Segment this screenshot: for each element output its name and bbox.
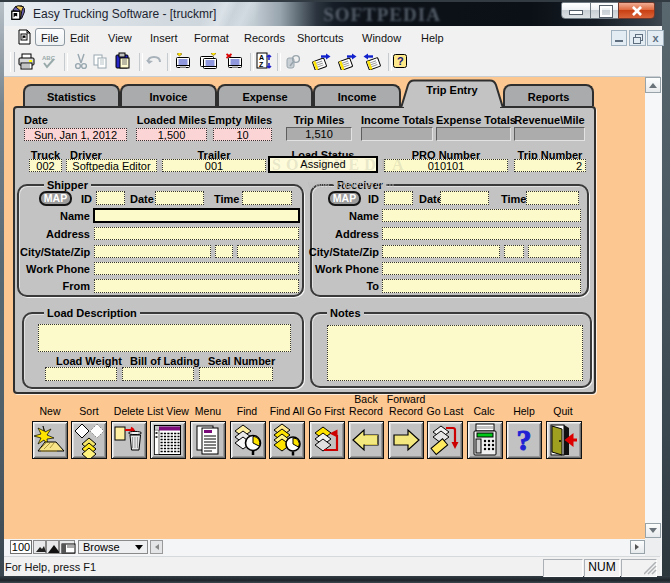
svg-text:?: ? <box>397 55 404 67</box>
svg-text:A: A <box>259 54 264 61</box>
svg-text:Z: Z <box>259 61 264 68</box>
